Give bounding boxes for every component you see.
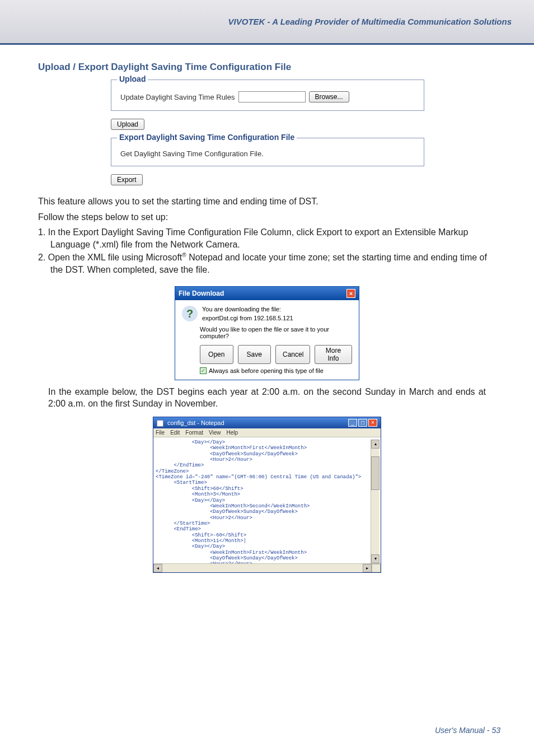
maximize-icon[interactable]: □ (358, 419, 367, 427)
horizontal-scrollbar[interactable]: ◂ ▸ (153, 563, 381, 572)
scroll-up-icon[interactable]: ▴ (371, 440, 380, 449)
export-label: Get Daylight Saving Time Configuration F… (120, 150, 264, 158)
page-footer: User's Manual - 53 (435, 726, 500, 735)
intro-para-1: This feature allows you to set the start… (38, 195, 496, 208)
menu-help[interactable]: Help (227, 430, 238, 436)
upload-label: Update Daylight Saving Time Rules (120, 93, 235, 101)
page-header: VIVOTEK - A Leading Provider of Multimed… (0, 0, 534, 45)
close-icon[interactable]: × (368, 419, 377, 427)
scroll-left-icon[interactable]: ◂ (153, 564, 162, 572)
browse-button[interactable]: Browse... (309, 91, 349, 102)
page-content: Upload / Export Daylight Saving Time Con… (0, 45, 534, 573)
save-button[interactable]: Save (238, 345, 271, 364)
notepad-text-area[interactable]: <Day></Day> <WeekInMonth>First</WeekInMo… (156, 440, 371, 563)
scroll-right-icon[interactable]: ▸ (363, 564, 372, 572)
upload-button[interactable]: Upload (111, 119, 144, 130)
upload-fieldset: Upload Update Daylight Saving Time Rules… (111, 80, 424, 111)
step-1: 1. In the Export Daylight Saving Time Co… (38, 226, 496, 250)
file-download-dialog: File Download × ? You are downloading th… (175, 286, 359, 380)
example-para: In the example below, the DST begins eac… (48, 386, 486, 410)
vertical-scrollbar[interactable]: ▴ ▾ (371, 440, 380, 563)
menu-edit[interactable]: Edit (170, 430, 180, 436)
cancel-button[interactable]: Cancel (275, 345, 310, 364)
menu-format[interactable]: Format (185, 430, 203, 436)
dialog-line-1: You are downloading the file: (202, 306, 293, 312)
upload-legend: Upload (117, 74, 148, 83)
scroll-down-icon[interactable]: ▾ (371, 554, 380, 563)
resize-grip-icon[interactable] (372, 564, 381, 572)
open-button[interactable]: Open (200, 345, 233, 364)
always-ask-checkbox[interactable]: ✓ (200, 367, 207, 374)
menu-file[interactable]: File (156, 430, 165, 436)
notepad-menu: File Edit Format View Help (153, 428, 381, 437)
checkbox-label: Always ask before opening this type of f… (209, 367, 324, 374)
notepad-window: config_dst - Notepad _ □ × File Edit For… (153, 417, 381, 573)
notepad-icon (157, 420, 163, 427)
notepad-title-text: config_dst - Notepad (167, 419, 224, 426)
step-2: 2. Open the XML file using Microsoft® No… (38, 251, 496, 276)
more-info-button[interactable]: More Info (315, 345, 352, 364)
minimize-icon[interactable]: _ (348, 419, 357, 427)
notepad-titlebar: config_dst - Notepad _ □ × (153, 417, 381, 428)
xml-content: <Day></Day> <WeekInMonth>First</WeekInMo… (156, 440, 371, 563)
registered-symbol: ® (182, 252, 186, 258)
dialog-title-text: File Download (179, 290, 224, 297)
steps-list: 1. In the Export Daylight Saving Time Co… (38, 226, 496, 276)
export-legend: Export Daylight Saving Time Configuratio… (117, 133, 297, 142)
export-button[interactable]: Export (111, 174, 143, 185)
question-icon: ? (182, 306, 198, 321)
menu-view[interactable]: View (209, 430, 221, 436)
scroll-thumb[interactable] (371, 456, 380, 490)
export-fieldset: Export Daylight Saving Time Configuratio… (111, 138, 424, 166)
section-title: Upload / Export Daylight Saving Time Con… (38, 62, 496, 73)
dialog-line-3: Would you like to open the file or save … (200, 326, 352, 339)
dialog-titlebar: File Download × (175, 287, 359, 300)
upload-file-input[interactable] (238, 91, 306, 102)
notepad-body: <Day></Day> <WeekInMonth>First</WeekInMo… (153, 437, 381, 563)
close-icon[interactable]: × (346, 289, 355, 298)
intro-para-2: Follow the steps below to set up: (38, 211, 496, 223)
brand-text: VIVOTEK - A Leading Provider of Multimed… (228, 17, 512, 26)
dialog-line-2: exportDst.cgi from 192.168.5.121 (202, 315, 293, 321)
config-ui-panel: Upload Update Daylight Saving Time Rules… (111, 80, 424, 185)
